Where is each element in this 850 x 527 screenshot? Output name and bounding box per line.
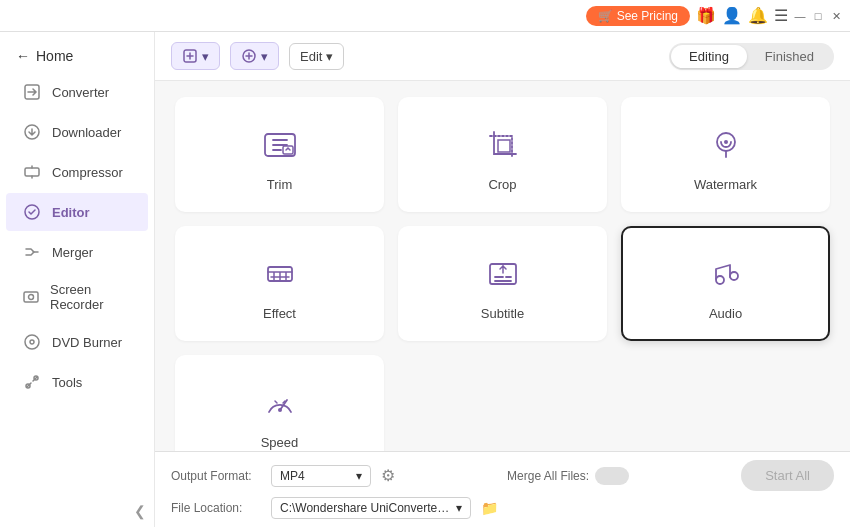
file-location-row: File Location: C:\Wondershare UniConvert…	[171, 497, 834, 519]
add-more-label: ▾	[261, 49, 268, 64]
sidebar-item-tools[interactable]: Tools	[6, 363, 148, 401]
add-more-button[interactable]: ▾	[230, 42, 279, 70]
edit-dropdown[interactable]: Edit ▾	[289, 43, 344, 70]
svg-point-5	[29, 295, 34, 300]
editor-label: Editor	[52, 205, 90, 220]
editor-icon	[22, 202, 42, 222]
collapse-arrow-icon: ❮	[134, 503, 146, 519]
trim-label: Trim	[267, 177, 293, 192]
see-pricing-label: See Pricing	[617, 9, 678, 23]
sidebar-item-converter[interactable]: Converter	[6, 73, 148, 111]
start-all-button[interactable]: Start All	[741, 460, 834, 491]
output-format-select[interactable]: MP4 ▾	[271, 465, 371, 487]
svg-point-20	[730, 272, 738, 280]
merge-all-files-toggle: Merge All Files:	[507, 467, 629, 485]
file-location-value: C:\Wondershare UniConverter 1	[280, 501, 450, 515]
sidebar-item-downloader[interactable]: Downloader	[6, 113, 148, 151]
file-location-label: File Location:	[171, 501, 261, 515]
close-button[interactable]: ✕	[830, 10, 842, 22]
add-more-icon	[241, 48, 257, 64]
output-format-icon[interactable]: ⚙	[381, 466, 395, 485]
minimize-button[interactable]: —	[794, 10, 806, 22]
tab-editing[interactable]: Editing	[671, 45, 747, 68]
merge-toggle-track[interactable]	[595, 467, 629, 485]
add-file-label: ▾	[202, 49, 209, 64]
sidebar-item-compressor[interactable]: Compressor	[6, 153, 148, 191]
converter-icon	[22, 82, 42, 102]
merge-all-files-label: Merge All Files:	[507, 469, 589, 483]
add-file-icon	[182, 48, 198, 64]
edit-card-crop[interactable]: Crop	[398, 97, 607, 212]
screen-recorder-icon	[22, 287, 40, 307]
sidebar-item-merger[interactable]: Merger	[6, 233, 148, 271]
content-area: ▾ ▾ Edit ▾ Editing Finished	[155, 32, 850, 527]
svg-point-7	[30, 340, 34, 344]
merger-label: Merger	[52, 245, 93, 260]
compressor-icon	[22, 162, 42, 182]
sidebar-item-editor[interactable]: Editor	[6, 193, 148, 231]
add-file-button[interactable]: ▾	[171, 42, 220, 70]
titlebar: 🛒 See Pricing 🎁 👤 🔔 ☰ — □ ✕	[0, 0, 850, 32]
format-dropdown-arrow: ▾	[356, 469, 362, 483]
svg-point-21	[278, 408, 282, 412]
maximize-button[interactable]: □	[812, 10, 824, 22]
sidebar-collapse-button[interactable]: ❮	[0, 495, 154, 527]
effect-icon	[258, 252, 302, 296]
output-format-row: Output Format: MP4 ▾ ⚙ Merge All Files: …	[171, 460, 834, 491]
subtitle-label: Subtitle	[481, 306, 524, 321]
dvd-burner-icon	[22, 332, 42, 352]
bottom-bar: Output Format: MP4 ▾ ⚙ Merge All Files: …	[155, 451, 850, 527]
location-dropdown-arrow: ▾	[456, 501, 462, 515]
speed-icon	[258, 381, 302, 425]
audio-icon	[704, 252, 748, 296]
dvd-burner-label: DVD Burner	[52, 335, 122, 350]
svg-rect-14	[498, 140, 510, 152]
tools-icon	[22, 372, 42, 392]
bell-icon[interactable]: 🔔	[748, 6, 768, 25]
edit-card-audio[interactable]: Audio	[621, 226, 830, 341]
cart-icon: 🛒	[598, 9, 613, 23]
audio-label: Audio	[709, 306, 742, 321]
sidebar-item-screen-recorder[interactable]: Screen Recorder	[6, 273, 148, 321]
home-label: Home	[36, 48, 73, 64]
file-location-select[interactable]: C:\Wondershare UniConverter 1 ▾	[271, 497, 471, 519]
gift-icon[interactable]: 🎁	[696, 6, 716, 25]
svg-point-19	[716, 276, 724, 284]
edit-label: Edit	[300, 49, 322, 64]
trim-icon	[258, 123, 302, 167]
user-icon[interactable]: 👤	[722, 6, 742, 25]
merger-icon	[22, 242, 42, 262]
tab-group: Editing Finished	[669, 43, 834, 70]
menu-icon[interactable]: ☰	[774, 6, 788, 25]
edit-card-watermark[interactable]: Watermark	[621, 97, 830, 212]
compressor-label: Compressor	[52, 165, 123, 180]
toolbar: ▾ ▾ Edit ▾ Editing Finished	[155, 32, 850, 81]
screen-recorder-label: Screen Recorder	[50, 282, 132, 312]
crop-icon	[481, 123, 525, 167]
edit-card-speed[interactable]: Speed	[175, 355, 384, 451]
edit-card-trim[interactable]: Trim	[175, 97, 384, 212]
app-body: ← Home Converter Downloader Compressor	[0, 32, 850, 527]
sidebar-item-dvd-burner[interactable]: DVD Burner	[6, 323, 148, 361]
svg-rect-2	[25, 168, 39, 176]
edit-card-subtitle[interactable]: Subtitle	[398, 226, 607, 341]
watermark-icon	[704, 123, 748, 167]
converter-label: Converter	[52, 85, 109, 100]
watermark-label: Watermark	[694, 177, 757, 192]
browse-folder-button[interactable]: 📁	[481, 500, 498, 516]
sidebar-back-home[interactable]: ← Home	[0, 40, 154, 72]
subtitle-icon	[481, 252, 525, 296]
tab-finished[interactable]: Finished	[747, 45, 832, 68]
edit-dropdown-arrow: ▾	[326, 49, 333, 64]
output-format-label: Output Format:	[171, 469, 261, 483]
speed-label: Speed	[261, 435, 299, 450]
downloader-icon	[22, 122, 42, 142]
back-arrow-icon: ←	[16, 48, 30, 64]
output-format-value: MP4	[280, 469, 305, 483]
tools-label: Tools	[52, 375, 82, 390]
see-pricing-button[interactable]: 🛒 See Pricing	[586, 6, 690, 26]
sidebar: ← Home Converter Downloader Compressor	[0, 32, 155, 527]
edit-card-effect[interactable]: Effect	[175, 226, 384, 341]
svg-point-6	[25, 335, 39, 349]
crop-label: Crop	[488, 177, 516, 192]
